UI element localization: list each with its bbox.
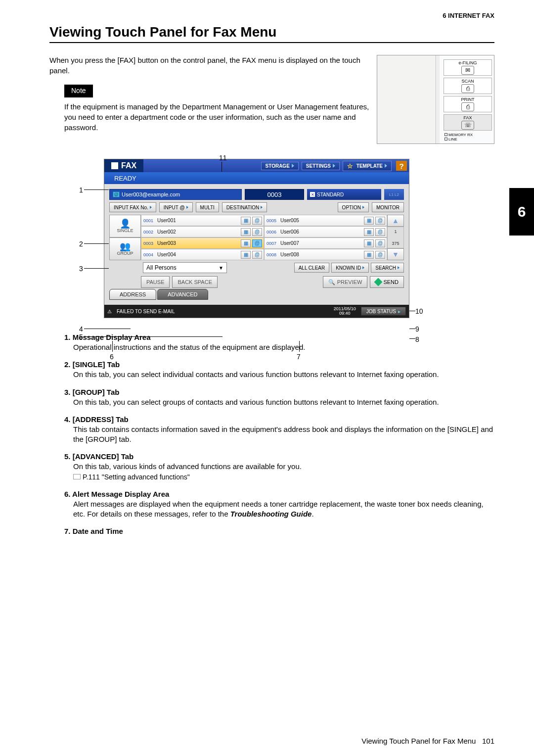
search-button[interactable]: SEARCH (371, 263, 404, 273)
email-dest-icon[interactable]: @ (375, 228, 385, 236)
desc-title: 1. Message Display Area (64, 333, 494, 341)
fax-dest-icon[interactable]: ▦ (364, 217, 374, 225)
fax-title-bar: FAX STORAGE SETTINGS ☆TEMPLATE ? (104, 159, 409, 172)
note-badge: Note (64, 85, 93, 97)
list-item[interactable]: 0003User003▦@ (141, 237, 264, 249)
diamond-icon (374, 278, 383, 286)
address-tab[interactable]: ADDRESS (109, 289, 156, 300)
email-dest-icon[interactable]: @ (375, 239, 385, 247)
scroll-down-button[interactable]: ▼ (387, 248, 404, 260)
control-panel-illustration: e-FILING✉ SCAN⎙ PRINT⎙ FAX☏ MEMORY RX LI… (377, 55, 494, 144)
single-tab[interactable]: 👤 SINGLE (109, 215, 141, 237)
callout-2: 2 (79, 240, 83, 248)
chapter-header: 6 INTERNET FAX (49, 10, 494, 24)
email-dest-icon[interactable]: @ (252, 251, 262, 259)
list-item[interactable]: 0004User004▦@ (141, 249, 264, 260)
at-icon: @ (113, 191, 120, 197)
input-fax-no-button[interactable]: INPUT FAX No. (109, 202, 156, 212)
callout-11: 11 (219, 154, 227, 162)
list-item[interactable]: 0008User008▦@ (264, 249, 387, 260)
settings-button[interactable]: SETTINGS (302, 162, 340, 170)
all-clear-button[interactable]: ALL CLEAR (294, 263, 330, 273)
storage-button[interactable]: STORAGE (261, 162, 299, 170)
star-icon: ☆ (347, 162, 353, 170)
desc-title: 3. [GROUP] Tab (64, 388, 494, 396)
multi-button[interactable]: MULTI (196, 202, 219, 212)
fax-dest-icon[interactable]: ▦ (364, 228, 374, 236)
group-icon: 👥 (120, 242, 131, 251)
fax-dest-icon[interactable]: ▦ (241, 217, 251, 225)
book-icon (73, 474, 81, 479)
callout-9: 9 (415, 325, 419, 333)
list-item[interactable]: 0002User002▦@ (141, 226, 264, 237)
touch-panel-screenshot: 1 2 3 4 5 11 6 7 8 9 10 FAX STORAGE S (79, 159, 455, 318)
email-dest-icon[interactable]: @ (252, 217, 262, 225)
pause-button[interactable]: PAUSE (141, 276, 170, 288)
group-tab[interactable]: 👥 GROUP (109, 237, 141, 260)
callout-4: 4 (79, 325, 83, 333)
intro-paragraph: When you press the [FAX] button on the c… (49, 55, 369, 76)
persons-select[interactable]: All Persons▼ (143, 262, 227, 273)
fax-dest-icon[interactable]: ▦ (241, 251, 251, 259)
mini-print: PRINT⎙ (444, 96, 492, 112)
callout-6: 6 (110, 353, 114, 361)
message-display-area: READY (104, 172, 409, 184)
desc-title: 4. [ADDRESS] Tab (64, 415, 494, 424)
page-footer: Viewing Touch Panel for Fax Menu 101 (361, 737, 494, 745)
desc-body: Alert messages are displayed when the eq… (64, 499, 494, 520)
line-indicator: L1 L2 (384, 189, 404, 200)
option-button[interactable]: OPTION (338, 202, 369, 212)
callout-7: 7 (297, 353, 301, 361)
callout-8: 8 (415, 335, 419, 343)
contact-list-right: 0005User005▦@ 0006User006▦@ 0007User007▦… (264, 215, 387, 260)
list-item[interactable]: 0001User001▦@ (141, 215, 264, 226)
contact-list-left: 0001User001▦@ 0002User002▦@ 0003User003▦… (141, 215, 264, 260)
person-icon: 👤 (120, 219, 131, 228)
list-item[interactable]: 0006User006▦@ (264, 226, 387, 237)
fax-dest-icon[interactable]: ▦ (241, 239, 251, 247)
description-list: 1. Message Display Area Operational inst… (49, 333, 494, 535)
mini-memory-rx: MEMORY RX (442, 133, 494, 137)
note-body: If the equipment is managed by the Depar… (64, 101, 369, 133)
email-dest-icon[interactable]: @ (252, 239, 262, 247)
mini-efiling: e-FILING✉ (444, 59, 492, 76)
backspace-button[interactable]: BACK SPACE (172, 276, 218, 288)
input-at-button[interactable]: INPUT @ (159, 202, 193, 212)
preview-button[interactable]: 🔍PREVIEW (323, 276, 368, 288)
template-button[interactable]: ☆TEMPLATE (343, 161, 392, 171)
chapter-side-tab: 6 (509, 188, 534, 236)
mini-line: LINE (442, 137, 494, 142)
mini-scan: SCAN⎙ (444, 78, 492, 94)
scroll-up-button[interactable]: ▲ (387, 215, 404, 227)
dest-count: 0003 (245, 189, 304, 200)
chevron-down-icon: ▼ (219, 265, 223, 271)
callout-3: 3 (79, 265, 83, 273)
fax-dest-icon[interactable]: ▦ (241, 228, 251, 236)
email-dest-icon[interactable]: @ (375, 251, 385, 259)
advanced-tab[interactable]: ADVANCED (157, 289, 208, 300)
fax-dest-icon[interactable]: ▦ (364, 251, 374, 259)
destination-button[interactable]: DESTINATION (222, 202, 267, 212)
list-item[interactable]: 0005User005▦@ (264, 215, 387, 226)
desc-body: On this tab, various kinds of advanced f… (64, 462, 494, 482)
email-dest-icon[interactable]: @ (252, 228, 262, 236)
desc-title: 6. Alert Message Display Area (64, 490, 494, 498)
desc-title: 7. Date and Time (64, 527, 494, 535)
standard-indicator: ✕STANDARD (307, 189, 381, 200)
destination-field[interactable]: @ User003@example.com (109, 189, 242, 200)
scroll-track[interactable]: 1375 (387, 227, 404, 248)
help-button[interactable]: ? (396, 161, 407, 171)
mini-fax: FAX☏ (444, 114, 492, 131)
fax-dest-icon[interactable]: ▦ (364, 239, 374, 247)
email-dest-icon[interactable]: @ (375, 217, 385, 225)
send-button[interactable]: SEND (370, 276, 404, 288)
alert-message-area: FAILED TO SEND E-MAIL (117, 309, 329, 314)
magnifier-icon: 🔍 (328, 279, 335, 285)
monitor-button[interactable]: MONITOR (372, 202, 404, 212)
desc-title: 2. [SINGLE] Tab (64, 360, 494, 369)
desc-title: 5. [ADVANCED] Tab (64, 452, 494, 461)
datetime: 2011/05/1009:40 (334, 307, 356, 316)
list-item[interactable]: 0007User007▦@ (264, 237, 387, 249)
known-id-button[interactable]: KNOWN ID (331, 263, 369, 273)
job-status-button[interactable]: JOB STATUS▸ (361, 307, 406, 316)
